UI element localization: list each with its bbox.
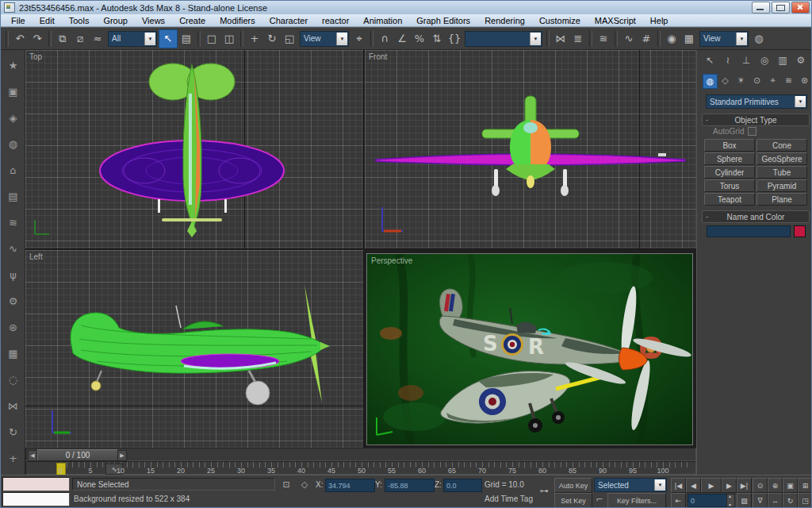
create-teapot-button[interactable]: Teapot: [704, 193, 755, 206]
menu-help[interactable]: Help: [643, 16, 676, 25]
menu-maxscript[interactable]: MAXScript: [588, 16, 643, 25]
create-tube-button[interactable]: Tube: [756, 166, 807, 179]
time-configuration-icon[interactable]: ▧: [737, 493, 752, 508]
primitive-category-dropdown[interactable]: Standard Primitives: [706, 94, 807, 109]
track-bar[interactable]: ∿ 0 5 10 15 20 25 30 35 40 45 50 55 60 6…: [25, 461, 696, 475]
menu-animation[interactable]: Animation: [356, 16, 409, 25]
align-icon[interactable]: ≣: [569, 30, 587, 48]
tab-panel-icon-16[interactable]: +: [4, 449, 22, 468]
category-lights-icon[interactable]: ☀: [734, 74, 748, 87]
close-button[interactable]: [791, 2, 810, 13]
quick-render-icon[interactable]: ◍: [750, 30, 768, 48]
tab-utilities[interactable]: ⚙: [793, 53, 809, 67]
time-slider[interactable]: ◀ 0 / 100 ▶: [25, 448, 696, 461]
maxscript-mini-listener[interactable]: [2, 492, 70, 506]
menu-create[interactable]: Create: [172, 16, 213, 25]
material-editor-icon[interactable]: ◉: [663, 30, 680, 48]
menu-modifiers[interactable]: Modifiers: [213, 16, 262, 25]
minimize-button[interactable]: [752, 2, 770, 13]
layer-manager-icon[interactable]: ≋: [595, 30, 612, 48]
maximize-button[interactable]: [772, 2, 790, 13]
add-time-tag[interactable]: Add Time Tag: [485, 495, 533, 503]
create-cylinder-button[interactable]: Cylinder: [704, 166, 755, 179]
time-slider-button[interactable]: 0 / 100: [37, 449, 118, 461]
viewport-front[interactable]: Front: [365, 50, 696, 248]
dropdown-arrow-icon[interactable]: [530, 33, 541, 45]
tab-modify[interactable]: ≀: [720, 53, 736, 67]
tab-panel-icon-9[interactable]: ψ: [4, 266, 22, 284]
create-sphere-button[interactable]: Sphere: [704, 152, 755, 165]
viewport-perspective[interactable]: S R: [365, 250, 696, 448]
tab-panel-icon-2[interactable]: ▣: [4, 83, 22, 101]
time-slider-next-icon[interactable]: ▶: [117, 450, 127, 461]
menu-reactor[interactable]: reactor: [315, 16, 356, 25]
bind-spacewarp-icon[interactable]: ≈: [89, 30, 106, 48]
reference-coordinate-dropdown[interactable]: View: [300, 31, 349, 47]
use-pivot-icon[interactable]: ⌖: [350, 30, 368, 48]
tab-panel-icon-6[interactable]: ▤: [4, 187, 22, 206]
dropdown-arrow-icon[interactable]: [654, 479, 665, 491]
absolute-offset-mode-icon[interactable]: ◇: [297, 478, 312, 491]
category-helpers-icon[interactable]: ⌖: [766, 74, 779, 87]
auto-key-button[interactable]: Auto Key: [554, 478, 592, 493]
set-key-toggle-icon[interactable]: ⌐: [593, 493, 606, 506]
frame-spinner[interactable]: [726, 494, 735, 507]
zoom-icon[interactable]: ⊙: [753, 478, 768, 493]
menu-edit[interactable]: Edit: [33, 16, 62, 25]
create-cone-button[interactable]: Cone: [756, 139, 807, 152]
menu-group[interactable]: Group: [96, 16, 135, 25]
maximize-viewport-toggle-icon[interactable]: ◳: [798, 493, 812, 508]
autogrid-checkbox[interactable]: [748, 127, 756, 136]
object-type-rollout[interactable]: - Object Type: [702, 114, 810, 126]
menu-file[interactable]: File: [4, 16, 33, 25]
select-link-icon[interactable]: ⧉: [54, 30, 71, 48]
category-geometry-icon[interactable]: ◍: [703, 74, 718, 89]
field-of-view-icon[interactable]: ∇: [753, 493, 768, 508]
create-plane-button[interactable]: Plane: [756, 193, 807, 206]
mirror-icon[interactable]: ⋈: [552, 30, 569, 48]
viewport-top[interactable]: Top: [25, 50, 363, 248]
z-coordinate-field[interactable]: 0.0: [443, 479, 482, 492]
tab-panel-icon-13[interactable]: ◌: [4, 371, 22, 389]
tab-panel-icon-11[interactable]: ⊛: [4, 318, 22, 337]
key-filters-button[interactable]: Key Filters...: [607, 493, 666, 508]
edit-named-selection-sets-icon[interactable]: {}: [446, 30, 463, 48]
tab-motion[interactable]: ◎: [756, 53, 772, 67]
viewport-front-label[interactable]: Front: [369, 52, 387, 61]
undo-icon[interactable]: ↶: [11, 30, 29, 48]
previous-frame-icon[interactable]: ◀: [686, 478, 701, 493]
dropdown-arrow-icon[interactable]: [795, 96, 806, 107]
unlink-icon[interactable]: ⧄: [71, 30, 89, 48]
render-type-dropdown[interactable]: View: [699, 31, 749, 47]
play-animation-icon[interactable]: ▶: [701, 478, 722, 493]
viewport-top-label[interactable]: Top: [29, 52, 42, 61]
key-mode-dropdown[interactable]: Selected: [594, 478, 667, 492]
tab-panel-icon-12[interactable]: ▦: [4, 344, 22, 363]
create-geosphere-button[interactable]: GeoSphere: [756, 152, 807, 165]
tab-display[interactable]: ▥: [775, 53, 791, 67]
spinner-snap-icon[interactable]: ⇅: [428, 30, 446, 48]
tab-panel-icon-8[interactable]: ∿: [4, 240, 22, 258]
tab-panel-icon-4[interactable]: ◍: [4, 135, 22, 153]
menu-views[interactable]: Views: [135, 16, 172, 25]
dropdown-arrow-icon[interactable]: [144, 33, 155, 45]
viewport-left-label[interactable]: Left: [29, 252, 43, 261]
menu-rendering[interactable]: Rendering: [477, 16, 532, 25]
zoom-all-icon[interactable]: ⊕: [768, 478, 783, 493]
category-spacewarps-icon[interactable]: ≋: [782, 74, 795, 87]
selection-filter-dropdown[interactable]: All: [108, 31, 157, 47]
viewport-left[interactable]: Left: [25, 250, 363, 448]
select-rotate-icon[interactable]: ↻: [263, 30, 281, 48]
create-torus-button[interactable]: Torus: [704, 179, 755, 192]
next-frame-icon[interactable]: ▶: [722, 478, 737, 493]
angle-snap-icon[interactable]: ∠: [393, 30, 411, 48]
select-move-icon[interactable]: +: [246, 30, 263, 48]
goto-end-icon[interactable]: ▶|: [737, 478, 752, 493]
menu-customize[interactable]: Customize: [532, 16, 588, 25]
y-coordinate-field[interactable]: -85.88: [385, 479, 435, 492]
keyboard-shortcut-override-icon[interactable]: ⊶: [537, 480, 551, 501]
tab-panel-icon-14[interactable]: ⋈: [4, 397, 22, 415]
create-box-button[interactable]: Box: [704, 139, 755, 152]
perspective-render-area[interactable]: S R: [366, 253, 693, 445]
zoom-extents-icon[interactable]: ▣: [783, 478, 798, 493]
